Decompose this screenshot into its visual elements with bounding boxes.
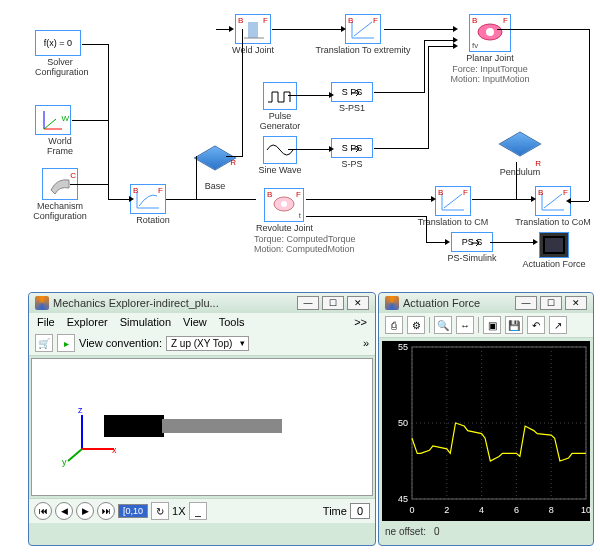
rotation-label: Rotation <box>130 216 176 226</box>
skip-start-icon[interactable]: ⏮ <box>34 502 52 520</box>
viewconv-label: View convention: <box>79 337 162 349</box>
svg-point-9 <box>486 28 494 36</box>
svg-text:55: 55 <box>398 342 408 352</box>
svg-line-14 <box>444 194 462 208</box>
scope-restore-icon[interactable]: ↶ <box>527 316 545 334</box>
base-label: Base <box>192 182 238 192</box>
viewconv-select[interactable]: Z up (XY Top) <box>166 336 249 351</box>
close-button[interactable]: ✕ <box>347 296 369 310</box>
actuation-label: Actuation Force <box>514 260 594 270</box>
base-block[interactable]: R <box>198 146 232 180</box>
revolute-port-b: B <box>267 190 272 199</box>
ps-simulink-block[interactable]: PS S <box>451 232 493 252</box>
sps-block[interactable]: S PS <box>331 138 373 158</box>
svg-rect-41 <box>412 347 586 499</box>
menu-simulation[interactable]: Simulation <box>120 316 171 328</box>
scope-maximize-button[interactable]: ☐ <box>540 296 562 310</box>
menu-explorer[interactable]: Explorer <box>67 316 108 328</box>
revolute-label: Revolute Joint <box>256 224 374 234</box>
scope-title: Actuation Force <box>399 297 512 309</box>
sine-wave-block[interactable] <box>263 136 297 164</box>
menu-more[interactable]: >> <box>354 316 367 328</box>
scope-float-icon[interactable]: ↗ <box>549 316 567 334</box>
sps1-label: S-PS1 <box>328 104 376 114</box>
solver-label: Solver Configuration <box>35 58 85 78</box>
mech-label: Mechanism Configuration <box>30 202 90 222</box>
scope-close-button[interactable]: ✕ <box>565 296 587 310</box>
actuation-force-window[interactable]: Actuation Force — ☐ ✕ ⎙ ⚙ 🔍 ↔ ▣ 💾 ↶ ↗ 02… <box>378 292 594 546</box>
scope-titlebar[interactable]: Actuation Force — ☐ ✕ <box>379 293 593 313</box>
base-port-r: R <box>230 158 236 167</box>
scope-chart: 0246810455055 <box>382 341 592 517</box>
svg-text:45: 45 <box>398 494 408 504</box>
axis-x: x <box>112 445 117 455</box>
tool-play-icon[interactable]: ▸ <box>57 334 75 352</box>
world-frame-block[interactable]: W <box>35 105 71 135</box>
scope-print-icon[interactable]: ⎙ <box>385 316 403 334</box>
minimize-button[interactable]: — <box>297 296 319 310</box>
scope-autoscale-icon[interactable]: ▣ <box>483 316 501 334</box>
time-field[interactable]: 0 <box>350 503 370 519</box>
axis-y: y <box>62 457 67 467</box>
transcom-port-b: B <box>538 188 543 197</box>
translation-extremity-block[interactable]: B F <box>345 14 381 44</box>
revolute-joint-block[interactable]: B F t <box>264 188 304 222</box>
speed-slider-icon[interactable]: ⎯ <box>189 502 207 520</box>
offset-value: 0 <box>434 526 440 537</box>
revolute-port-t: t <box>299 211 301 220</box>
svg-rect-19 <box>545 238 563 252</box>
toolbar-expand[interactable]: » <box>363 337 369 349</box>
speed-label: 1X <box>172 505 185 517</box>
transext-port-b: B <box>348 16 353 25</box>
weld-port-b: B <box>238 16 243 25</box>
transext-label: Translation To extremity <box>308 46 418 56</box>
svg-text:50: 50 <box>398 418 408 428</box>
scope-toolbar: ⎙ ⚙ 🔍 ↔ ▣ 💾 ↶ ↗ <box>379 313 593 338</box>
step-fwd-icon[interactable]: ⏭ <box>97 502 115 520</box>
tool-cart-icon[interactable]: 🛒 <box>35 334 53 352</box>
solver-config-block[interactable]: f(x) = 0 <box>35 30 81 56</box>
transcm-port-b: B <box>438 188 443 197</box>
range-field[interactable]: [0,10 <box>118 504 148 518</box>
svg-text:2: 2 <box>444 505 449 515</box>
svg-line-22 <box>68 449 82 461</box>
weld-joint-block[interactable]: B F <box>235 14 271 44</box>
pendulum-port-r: R <box>535 159 541 168</box>
body-gray <box>162 419 282 433</box>
step-back-icon[interactable]: ◀ <box>55 502 73 520</box>
offset-label: ne offset: <box>385 526 426 537</box>
loop-icon[interactable]: ↻ <box>151 502 169 520</box>
sps1-block[interactable]: S PS <box>331 82 373 102</box>
play-icon[interactable]: ▶ <box>76 502 94 520</box>
menu-tools[interactable]: Tools <box>219 316 245 328</box>
scope-zoom-icon[interactable]: 🔍 <box>434 316 452 334</box>
pulse-generator-block[interactable] <box>263 82 297 110</box>
planar-label: Planar Joint <box>440 54 540 64</box>
scope-params-icon[interactable]: ⚙ <box>407 316 425 334</box>
svg-text:6: 6 <box>514 505 519 515</box>
scope-zoomx-icon[interactable]: ↔ <box>456 316 474 334</box>
maximize-button[interactable]: ☐ <box>322 296 344 310</box>
planar-joint-block[interactable]: B F fv <box>469 14 511 52</box>
revolute-note1: Torque: ComputedTorque <box>254 234 374 244</box>
rotation-block[interactable]: B F <box>130 184 166 214</box>
pendulum-block[interactable]: R <box>503 132 537 166</box>
scope-save-icon[interactable]: 💾 <box>505 316 523 334</box>
planar-note1: Force: InputTorque <box>440 64 540 74</box>
pendulum-label: Pendulum <box>490 168 550 178</box>
actuation-force-block[interactable] <box>539 232 569 258</box>
transcm-port-f: F <box>463 188 468 197</box>
planar-port-f: F <box>503 16 508 25</box>
svg-text:4: 4 <box>479 505 484 515</box>
translation-cm-block[interactable]: B F <box>435 186 471 216</box>
world-label: World Frame <box>35 137 85 157</box>
menu-view[interactable]: View <box>183 316 207 328</box>
mechexp-menubar: File Explorer Simulation View Tools >> <box>29 313 375 331</box>
mechexp-3d-view[interactable]: z x y <box>31 358 373 496</box>
mechanics-explorer-window[interactable]: Mechanics Explorer-indirect_plu... — ☐ ✕… <box>28 292 376 546</box>
menu-file[interactable]: File <box>37 316 55 328</box>
mechexp-titlebar[interactable]: Mechanics Explorer-indirect_plu... — ☐ ✕ <box>29 293 375 313</box>
scope-plot[interactable]: 0246810455055 <box>382 341 590 521</box>
time-label: Time <box>323 505 347 517</box>
scope-minimize-button[interactable]: — <box>515 296 537 310</box>
